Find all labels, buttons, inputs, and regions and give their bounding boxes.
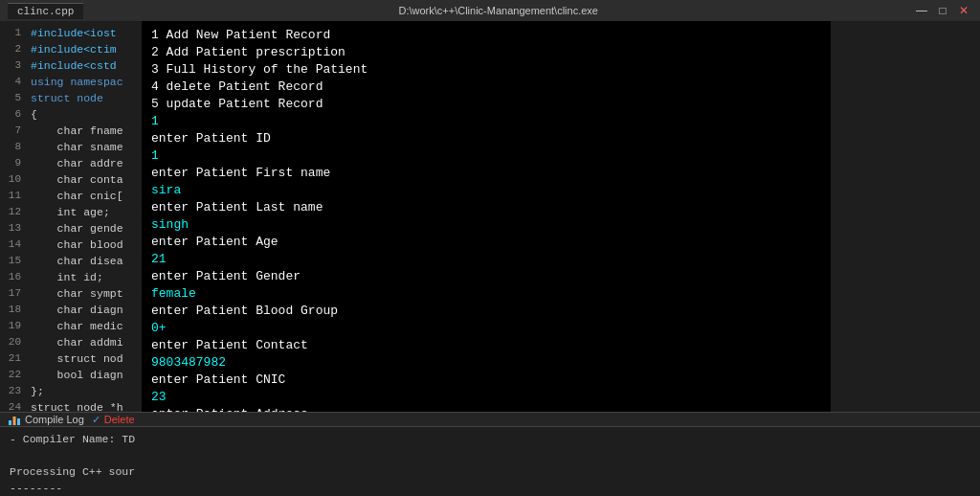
code-line-2: #include<ctim [31, 41, 147, 57]
code-line-12: int age; [31, 204, 147, 220]
processing-line: Processing C++ sour [10, 463, 970, 480]
file-tab[interactable]: clinc.cpp [8, 3, 83, 19]
code-editor: 12345 678910 1112131415 1617181920 21222… [0, 21, 151, 412]
prompt-last-name: enter Patient Last name [151, 199, 821, 216]
user-input-1: 1 [151, 113, 821, 130]
code-line-10: char conta [31, 171, 147, 188]
code-line-1: #include<iost [31, 25, 147, 41]
code-lines: 12345 678910 1112131415 1617181920 21222… [0, 21, 151, 412]
menu-item-4: 4 delete Patient Record [151, 79, 821, 96]
code-line-13: char gende [31, 220, 147, 237]
value-contact: 9803487982 [151, 354, 821, 372]
title-bar: clinc.cpp D:\work\c++\Clinic-Manangement… [0, 0, 980, 21]
prompt-gender: enter Patient Gender [151, 268, 821, 285]
line-numbers: 12345 678910 1112131415 1617181920 21222… [0, 21, 27, 412]
prompt-age: enter Patient Age [151, 234, 821, 251]
code-line-17: char sympt [31, 285, 147, 302]
code-line-4: using namespac [31, 74, 147, 90]
compile-log-label: Compile Log [25, 414, 84, 425]
code-line-9: char addre [31, 155, 147, 171]
delete-label: Delete [104, 414, 135, 425]
bottom-panel: Compile Log ✓ Delete - Compiler Name: TD… [0, 412, 980, 496]
code-line-3: #include<cstd [31, 57, 147, 74]
svg-rect-0 [9, 420, 11, 425]
window-controls: — □ ✕ [913, 3, 972, 18]
chart-icon [8, 413, 21, 426]
bottom-output: - Compiler Name: TD Processing C++ sour … [0, 427, 980, 496]
menu-item-3: 3 Full History of the Patient [151, 61, 821, 79]
value-gender: female [151, 285, 821, 303]
value-blood-group: 0+ [151, 320, 821, 337]
code-line-23: }; [31, 383, 147, 399]
code-line-7: char fname [31, 123, 147, 139]
code-text[interactable]: #include<iost #include<ctim #include<cst… [27, 21, 151, 412]
code-line-16: int id; [31, 269, 147, 285]
delete-tab[interactable]: ✓ Delete [92, 414, 135, 426]
code-line-20: char addmi [31, 334, 147, 350]
code-line-21: struct nod [31, 350, 147, 367]
prompt-address: enter Patient Address [151, 406, 821, 412]
code-line-19: char medic [31, 318, 147, 334]
prompt-cnic: enter Patient CNIC [151, 372, 821, 389]
checkmark-icon: ✓ [92, 414, 100, 426]
code-line-8: char sname [31, 139, 147, 155]
code-line-15: char disea [31, 253, 147, 269]
svg-rect-1 [13, 417, 16, 425]
empty-line [10, 447, 970, 463]
bottom-tabs: Compile Log ✓ Delete [0, 413, 980, 427]
code-line-6: { [31, 106, 147, 123]
menu-item-5: 5 update Patient Record [151, 96, 821, 113]
user-input-2: 1 [151, 147, 821, 165]
code-line-18: char diagn [31, 302, 147, 318]
close-button[interactable]: ✕ [955, 3, 972, 18]
window-path: D:\work\c++\Clinic-Manangement\clinc.exe [83, 5, 913, 16]
minimize-button[interactable]: — [913, 3, 930, 18]
value-cnic: 23 [151, 389, 821, 406]
code-line-5: struct node [31, 90, 147, 106]
svg-rect-2 [17, 418, 20, 425]
prompt-patient-id: enter Patient ID [151, 130, 821, 147]
value-first-name: sira [151, 182, 821, 199]
code-line-14: char blood [31, 237, 147, 253]
prompt-blood-group: enter Patient Blood Group [151, 303, 821, 320]
code-line-24: struct node *h [31, 399, 147, 412]
value-age: 21 [151, 251, 821, 268]
compiler-name-line: - Compiler Name: TD [10, 431, 970, 447]
prompt-contact: enter Patient Contact [151, 337, 821, 354]
menu-item-1: 1 Add New Patient Record [151, 27, 821, 44]
compile-log-tab[interactable]: Compile Log [8, 413, 84, 426]
maximize-button[interactable]: □ [934, 3, 951, 18]
prompt-first-name: enter Patient First name [151, 165, 821, 182]
main-area: 12345 678910 1112131415 1617181920 21222… [0, 21, 980, 412]
tabs-area: clinc.cpp [8, 3, 83, 19]
menu-item-2: 2 Add Patient prescription [151, 44, 821, 61]
separator-line: -------- [10, 480, 970, 496]
value-last-name: singh [151, 216, 821, 234]
console-window: 1 Add New Patient Record 2 Add Patient p… [142, 21, 831, 412]
code-line-22: bool diagn [31, 367, 147, 383]
code-line-11: char cnic[ [31, 188, 147, 204]
